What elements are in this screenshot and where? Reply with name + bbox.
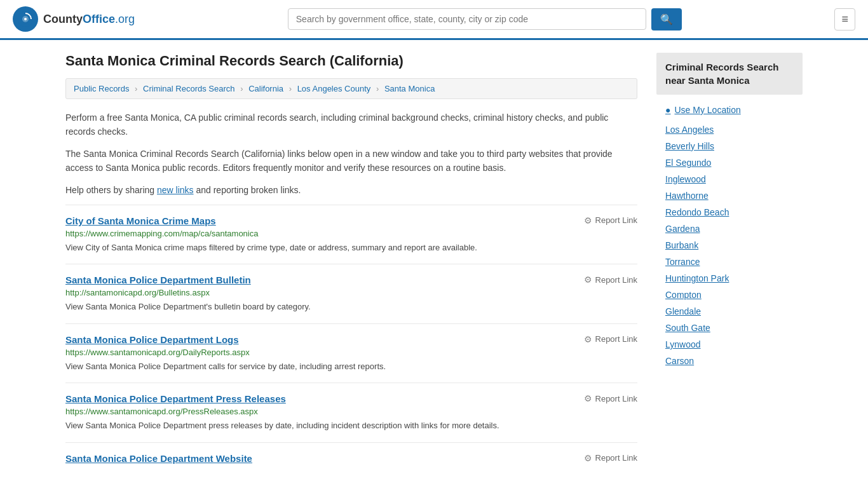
resource-entry-3: Santa Monica Police Department Logs ⚙ Re… <box>65 323 637 383</box>
breadcrumb-sep-4: › <box>376 84 379 93</box>
svg-point-2 <box>24 18 27 20</box>
breadcrumb-public-records[interactable]: Public Records <box>74 84 129 93</box>
report-link-btn-2[interactable]: ⚙ Report Link <box>584 274 637 285</box>
new-links-link[interactable]: new links <box>157 185 194 195</box>
report-link-label-5: Report Link <box>595 453 637 463</box>
sidebar-link-torrance[interactable]: Torrance <box>656 254 803 270</box>
search-button[interactable]: 🔍 <box>651 8 682 30</box>
resource-title-2[interactable]: Santa Monica Police Department Bulletin <box>65 274 251 285</box>
breadcrumb-california[interactable]: California <box>248 84 283 93</box>
sidebar-link-el-segundo[interactable]: El Segundo <box>656 154 803 171</box>
resource-entry-5: Santa Monica Police Department Website ⚙… <box>65 442 637 477</box>
logo-office: Office <box>83 13 115 25</box>
hamburger-menu-button[interactable]: ≡ <box>834 8 855 30</box>
resource-header-4: Santa Monica Police Department Press Rel… <box>65 393 637 404</box>
resource-title-5[interactable]: Santa Monica Police Department Website <box>65 453 252 464</box>
resource-header-1: City of Santa Monica Crime Maps ⚙ Report… <box>65 215 637 226</box>
report-link-label-3: Report Link <box>595 334 637 344</box>
resource-entry-2: Santa Monica Police Department Bulletin … <box>65 264 637 323</box>
page-title: Santa Monica Criminal Records Search (Ca… <box>65 53 637 69</box>
main-container: Santa Monica Criminal Records Search (Ca… <box>53 40 815 488</box>
sidebar-link-carson[interactable]: Carson <box>656 353 803 369</box>
site-header: CountyOffice.org 🔍 ≡ <box>0 0 868 40</box>
breadcrumb: Public Records › Criminal Records Search… <box>65 78 637 99</box>
resource-entry-1: City of Santa Monica Crime Maps ⚙ Report… <box>65 205 637 264</box>
report-link-label-2: Report Link <box>595 275 637 285</box>
sidebar-link-gardena[interactable]: Gardena <box>656 220 803 237</box>
sidebar-link-hawthorne[interactable]: Hawthorne <box>656 187 803 204</box>
report-icon-5: ⚙ <box>584 453 592 463</box>
logo-area: CountyOffice.org <box>13 6 135 32</box>
sidebar-link-los-angeles[interactable]: Los Angeles <box>656 121 803 138</box>
report-icon-2: ⚙ <box>584 274 592 285</box>
resource-url-3[interactable]: https://www.santamonicapd.org/DailyRepor… <box>65 348 637 357</box>
breadcrumb-criminal-records-search[interactable]: Criminal Records Search <box>143 84 235 93</box>
report-icon-4: ⚙ <box>584 393 592 403</box>
breadcrumb-sep-2: › <box>240 84 243 93</box>
location-pin-icon: ● <box>665 105 670 115</box>
sidebar: Criminal Records Search near Santa Monic… <box>656 53 803 477</box>
resource-desc-3: View Santa Monica Police Department call… <box>65 360 637 373</box>
breadcrumb-los-angeles-county[interactable]: Los Angeles County <box>297 84 371 93</box>
breadcrumb-sep-1: › <box>135 84 137 93</box>
report-link-btn-5[interactable]: ⚙ Report Link <box>584 453 637 463</box>
breadcrumb-santa-monica[interactable]: Santa Monica <box>384 84 435 93</box>
sidebar-link-inglewood[interactable]: Inglewood <box>656 171 803 187</box>
report-icon-1: ⚙ <box>584 215 592 226</box>
intro-paragraph-3: Help others by sharing new links and rep… <box>65 183 637 197</box>
search-input[interactable] <box>288 8 646 30</box>
resource-url-2[interactable]: http://santamonicapd.org/Bulletins.aspx <box>65 288 637 297</box>
logo-icon <box>13 6 38 32</box>
report-link-label-4: Report Link <box>595 394 637 403</box>
resource-header-3: Santa Monica Police Department Logs ⚙ Re… <box>65 334 637 345</box>
resource-desc-1: View City of Santa Monica crime maps fil… <box>65 241 637 254</box>
sidebar-link-compton[interactable]: Compton <box>656 287 803 303</box>
sidebar-link-burbank[interactable]: Burbank <box>656 237 803 254</box>
report-link-btn-3[interactable]: ⚙ Report Link <box>584 334 637 344</box>
resource-url-1[interactable]: https://www.crimemapping.com/map/ca/sant… <box>65 229 637 238</box>
resource-header-5: Santa Monica Police Department Website ⚙… <box>65 453 637 464</box>
report-link-btn-1[interactable]: ⚙ Report Link <box>584 215 637 226</box>
report-link-btn-4[interactable]: ⚙ Report Link <box>584 393 637 403</box>
breadcrumb-sep-3: › <box>289 84 292 93</box>
intro-paragraph-2: The Santa Monica Criminal Records Search… <box>65 147 637 175</box>
resource-desc-2: View Santa Monica Police Department's bu… <box>65 301 637 313</box>
resource-header-2: Santa Monica Police Department Bulletin … <box>65 274 637 285</box>
resource-desc-4: View Santa Monica Police Department pres… <box>65 419 637 432</box>
content-area: Santa Monica Criminal Records Search (Ca… <box>65 53 637 477</box>
sidebar-link-lynwood[interactable]: Lynwood <box>656 336 803 353</box>
resource-url-4[interactable]: https://www.santamonicapd.org/PressRelea… <box>65 407 637 416</box>
intro-paragraph-1: Perform a free Santa Monica, CA public c… <box>65 111 637 139</box>
resource-entry-4: Santa Monica Police Department Press Rel… <box>65 383 637 442</box>
use-my-location-link[interactable]: ● Use My Location <box>656 101 803 119</box>
logo-text: CountyOffice.org <box>43 13 135 26</box>
sidebar-header: Criminal Records Search near Santa Monic… <box>656 53 803 95</box>
sidebar-link-glendale[interactable]: Glendale <box>656 303 803 320</box>
resource-title-3[interactable]: Santa Monica Police Department Logs <box>65 334 239 345</box>
use-my-location-label: Use My Location <box>674 105 740 115</box>
resource-title-1[interactable]: City of Santa Monica Crime Maps <box>65 215 216 226</box>
sidebar-link-beverly-hills[interactable]: Beverly Hills <box>656 138 803 154</box>
report-icon-3: ⚙ <box>584 334 592 344</box>
sidebar-link-redondo-beach[interactable]: Redondo Beach <box>656 204 803 220</box>
sidebar-link-huntington-park[interactable]: Huntington Park <box>656 270 803 287</box>
sidebar-link-south-gate[interactable]: South Gate <box>656 320 803 336</box>
resource-title-4[interactable]: Santa Monica Police Department Press Rel… <box>65 393 286 404</box>
search-area: 🔍 <box>288 8 682 30</box>
report-link-label-1: Report Link <box>595 215 637 225</box>
